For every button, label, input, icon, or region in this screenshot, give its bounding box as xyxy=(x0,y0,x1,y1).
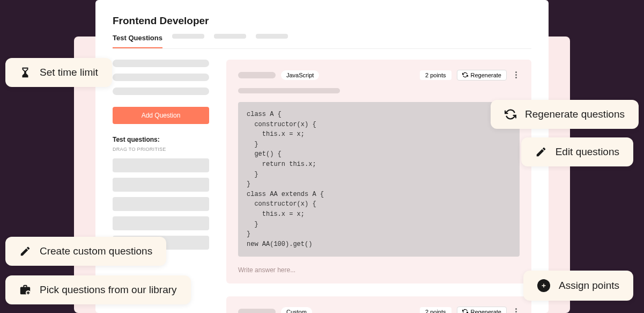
regenerate-button[interactable]: Regenerate xyxy=(457,70,507,81)
tab-placeholder xyxy=(256,34,288,39)
refresh-icon xyxy=(505,108,516,120)
answer-input[interactable]: Write answer here... xyxy=(238,266,520,274)
callout-label: Regenerate questions xyxy=(525,108,625,120)
question-list-item[interactable] xyxy=(113,197,209,211)
callout-label: Create custom questions xyxy=(40,245,152,257)
question-title-skeleton xyxy=(238,72,276,78)
callout-set-time-limit[interactable]: Set time limit xyxy=(5,58,112,87)
callout-label: Pick questions from our library xyxy=(40,284,177,296)
callout-label: Assign points xyxy=(559,280,619,292)
tab-placeholder xyxy=(214,34,246,39)
pencil-icon xyxy=(19,245,31,257)
tab-placeholder xyxy=(172,34,204,39)
app-window: Frontend Developer Test Questions Add Qu… xyxy=(95,0,549,313)
refresh-icon xyxy=(462,72,468,78)
question-title-skeleton xyxy=(238,309,276,313)
callout-label: Set time limit xyxy=(40,67,98,78)
page-title: Frontend Developer xyxy=(113,15,531,27)
question-list-item[interactable] xyxy=(113,178,209,192)
regenerate-label: Regenerate xyxy=(471,72,502,78)
sidebar-skeleton xyxy=(113,74,209,81)
callout-label: Edit questions xyxy=(556,146,619,158)
language-chip: JavaScript xyxy=(281,70,319,80)
language-chip: Custom xyxy=(281,307,312,313)
code-block: class A { constructor(x) { this.x = x; }… xyxy=(238,102,520,257)
main-panel: JavaScript 2 points Regenerate class A {… xyxy=(226,60,531,313)
edit-icon xyxy=(535,146,547,158)
hourglass-icon xyxy=(19,67,31,78)
question-card: JavaScript 2 points Regenerate class A {… xyxy=(226,60,531,283)
callout-create-custom-questions[interactable]: Create custom questions xyxy=(5,237,166,266)
drag-prioritise-hint: DRAG TO PRIORITISE xyxy=(113,147,209,152)
add-question-button[interactable]: Add Question xyxy=(113,107,209,124)
briefcase-plus-icon xyxy=(19,284,31,296)
sidebar-skeleton xyxy=(113,88,209,95)
callout-pick-from-library[interactable]: Pick questions from our library xyxy=(5,275,191,304)
regenerate-label: Regenerate xyxy=(471,309,502,313)
question-prompt-skeleton xyxy=(238,88,340,93)
question-list-item[interactable] xyxy=(113,216,209,230)
points-badge: 2 points xyxy=(420,307,451,313)
question-card: Custom 2 points Regenerate Write answer … xyxy=(226,296,531,313)
question-list-item[interactable] xyxy=(113,158,209,172)
points-badge: 2 points xyxy=(420,70,451,80)
regenerate-button[interactable]: Regenerate xyxy=(457,307,507,313)
callout-edit-questions[interactable]: Edit questions xyxy=(521,137,633,166)
tab-bar: Test Questions xyxy=(113,34,531,49)
sidebar-skeleton xyxy=(113,60,209,67)
more-options-button[interactable] xyxy=(512,69,520,81)
more-options-button[interactable] xyxy=(512,306,520,313)
tab-test-questions[interactable]: Test Questions xyxy=(113,34,162,48)
test-questions-label: Test questions: xyxy=(113,136,209,143)
callout-regenerate-questions[interactable]: Regenerate questions xyxy=(491,100,639,129)
refresh-icon xyxy=(462,309,468,313)
callout-assign-points[interactable]: Assign points xyxy=(523,271,633,301)
plus-circle-icon xyxy=(537,279,550,292)
